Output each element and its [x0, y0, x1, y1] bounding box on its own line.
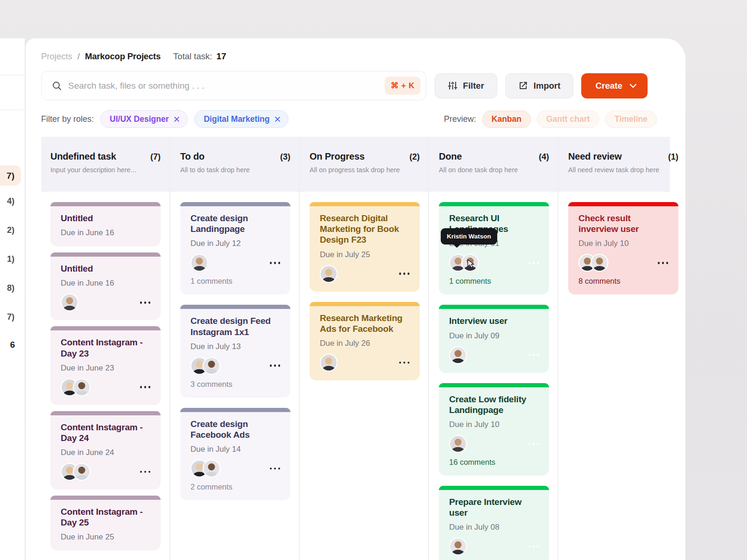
preview-option-kanban[interactable]: Kanban: [482, 111, 531, 128]
create-button-label: Create: [595, 81, 622, 91]
card-assignees[interactable]: [449, 346, 467, 364]
filters-row: Filter by roles: UI/UX DesignerDigital M…: [41, 110, 657, 128]
card-due-date: Due in July 08: [449, 523, 539, 532]
breadcrumb-separator: /: [78, 51, 80, 62]
avatar[interactable]: [320, 354, 338, 371]
card-menu-icon[interactable]: [140, 468, 151, 476]
card-menu-icon[interactable]: [399, 270, 410, 278]
sidebar-item[interactable]: 2): [7, 226, 14, 234]
task-card[interactable]: Content Instagram - Day 24 Due in June 2…: [50, 411, 161, 490]
task-card[interactable]: Research UI Landingpages Due in July 01 …: [439, 202, 549, 294]
avatar[interactable]: [61, 294, 78, 311]
task-card[interactable]: Research Digital Marketing for Book Desi…: [310, 202, 420, 292]
search-input[interactable]: [68, 81, 385, 91]
card-color-bar: [50, 202, 161, 206]
create-button[interactable]: Create: [581, 73, 648, 98]
card-assignees[interactable]: [449, 254, 479, 272]
role-chip-label: Digital Marketing: [204, 114, 269, 124]
card-color-bar: [439, 486, 549, 490]
avatar[interactable]: [449, 435, 467, 453]
toolbar: ⌘ + K Filter Impo: [41, 71, 648, 100]
card-assignees[interactable]: [320, 354, 338, 371]
role-chip-label: UI/UX Designer: [110, 114, 169, 124]
card-title: Research Marketing Ads for Facebook: [320, 313, 409, 334]
import-button-label: Import: [534, 81, 561, 91]
breadcrumb-root[interactable]: Projects: [41, 51, 72, 62]
card-title: Create design Facebook Ads: [190, 419, 280, 440]
card-assignees[interactable]: [449, 538, 467, 555]
avatar[interactable]: [449, 346, 467, 364]
card-assignees[interactable]: [190, 357, 220, 375]
card-assignees[interactable]: [578, 254, 608, 272]
card-menu-icon[interactable]: [529, 351, 539, 359]
avatar[interactable]: [190, 254, 208, 272]
main-panel: Projects / Markocop Projects Total task:…: [26, 38, 685, 560]
task-card[interactable]: Content Instagram - Day 25 Due in June 2…: [50, 496, 161, 551]
avatar[interactable]: [73, 378, 91, 396]
avatar[interactable]: [320, 265, 338, 283]
preview-option-gantt-chart[interactable]: Gantt chart: [537, 111, 599, 128]
card-assignees[interactable]: [61, 378, 91, 396]
column-cards: Research UI Landingpages Due in July 01 …: [439, 202, 549, 560]
card-menu-icon[interactable]: [399, 359, 410, 367]
card-title: Content Instagram - Day 24: [61, 422, 150, 443]
task-card[interactable]: Create design Feed Instagram 1x1 Due in …: [180, 305, 290, 397]
card-menu-icon[interactable]: [140, 383, 151, 391]
avatar[interactable]: [449, 538, 467, 555]
column-count: (1): [668, 152, 678, 162]
remove-filter-icon[interactable]: [174, 116, 180, 122]
avatar[interactable]: [203, 357, 220, 375]
sidebar-item[interactable]: 7): [7, 313, 14, 321]
role-chip-digital-marketing[interactable]: Digital Marketing: [194, 110, 289, 128]
card-assignees[interactable]: [320, 265, 338, 283]
task-card[interactable]: Prepare Interview user Due in July 08: [439, 486, 549, 560]
column-subtitle: All to do task drop here: [180, 166, 290, 174]
task-card[interactable]: Create design Facebook Ads Due in July 1…: [180, 408, 290, 500]
task-card[interactable]: Interview user Due in July 09: [439, 305, 549, 372]
card-menu-icon[interactable]: [270, 362, 281, 370]
task-card[interactable]: Content Instagram - Day 23 Due in June 2…: [50, 326, 161, 405]
card-menu-icon[interactable]: [529, 259, 539, 267]
column-cards: Research Digital Marketing for Book Desi…: [310, 202, 420, 385]
card-assignees[interactable]: [190, 460, 220, 477]
card-menu-icon[interactable]: [270, 465, 281, 473]
remove-filter-icon[interactable]: [275, 116, 281, 122]
column-cards: Untitled Due in June 16 Untitled Due in …: [50, 202, 161, 555]
total-task-value: 17: [216, 51, 226, 62]
card-assignees[interactable]: [190, 254, 208, 272]
card-menu-icon[interactable]: [270, 259, 281, 267]
card-title: Untitled: [61, 263, 150, 274]
task-card[interactable]: Create design Landingpage Due in July 12…: [180, 202, 290, 294]
sidebar-item[interactable]: 1): [7, 255, 14, 263]
column-header: Undefined task (7) Input your descriptio…: [50, 137, 161, 192]
sidebar-item[interactable]: 4): [7, 197, 14, 205]
card-assignees[interactable]: [61, 463, 91, 481]
task-card[interactable]: Research Marketing Ads for Facebook Due …: [310, 302, 420, 380]
import-button[interactable]: Import: [505, 73, 574, 98]
sidebar-item[interactable]: 8): [7, 284, 14, 292]
filter-button[interactable]: Filter: [435, 73, 497, 98]
card-menu-icon[interactable]: [140, 299, 151, 307]
task-card[interactable]: Untitled Due in June 16: [50, 202, 161, 246]
filter-button-label: Filter: [463, 81, 484, 91]
avatar[interactable]: [591, 254, 608, 272]
card-assignees[interactable]: [449, 435, 467, 453]
card-color-bar: [50, 252, 161, 257]
task-card[interactable]: Create Low fidelity Landingpage Due in J…: [439, 383, 549, 476]
task-card[interactable]: Check result inverview user Due in July …: [568, 202, 678, 294]
card-color-bar: [180, 202, 290, 206]
avatar[interactable]: [203, 460, 220, 477]
card-menu-icon[interactable]: [529, 543, 539, 551]
card-due-date: Due in July 10: [449, 420, 539, 429]
column-count: (2): [409, 152, 420, 162]
card-menu-icon[interactable]: [529, 440, 539, 448]
sidebar-item[interactable]: 7): [0, 165, 21, 186]
preview-option-timeline[interactable]: Timeline: [605, 111, 657, 128]
card-menu-icon[interactable]: [658, 259, 669, 267]
card-assignees[interactable]: [61, 294, 78, 311]
roles-filter: Filter by roles: UI/UX DesignerDigital M…: [41, 110, 289, 128]
role-chip-ui-ux-designer[interactable]: UI/UX Designer: [100, 110, 188, 128]
task-card[interactable]: Untitled Due in June 16: [50, 252, 161, 320]
avatar[interactable]: [73, 463, 91, 481]
search-bar[interactable]: ⌘ + K: [41, 71, 426, 100]
